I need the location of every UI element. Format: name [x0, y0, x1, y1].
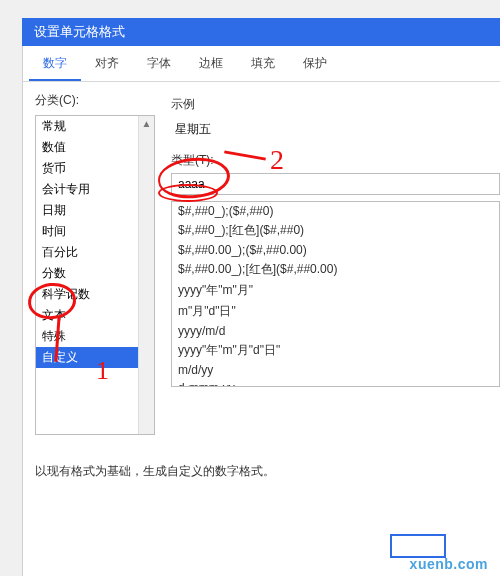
format-item[interactable]: $#,##0.00_);[红色]($#,##0.00) [172, 259, 499, 280]
tab-4[interactable]: 填充 [237, 46, 289, 81]
tab-2[interactable]: 字体 [133, 46, 185, 81]
category-item[interactable]: 百分比 [36, 242, 154, 263]
category-item[interactable]: 货币 [36, 158, 154, 179]
type-input[interactable] [171, 173, 500, 195]
scrollbar[interactable]: ▲ [138, 116, 154, 434]
category-label: 分类(C): [35, 92, 155, 109]
category-item[interactable]: 常规 [36, 116, 154, 137]
category-item[interactable]: 数值 [36, 137, 154, 158]
format-item[interactable]: yyyy"年"m"月"d"日" [172, 340, 499, 361]
left-pane: 分类(C): 常规数值货币会计专用日期时间百分比分数科学记数文本特殊自定义 ▲ [35, 92, 155, 435]
tabs: 数字对齐字体边框填充保护 [23, 46, 500, 82]
category-item[interactable]: 日期 [36, 200, 154, 221]
example-label: 示例 [171, 96, 500, 113]
format-item[interactable]: yyyy"年"m"月" [172, 280, 499, 301]
tab-3[interactable]: 边框 [185, 46, 237, 81]
category-item[interactable]: 时间 [36, 221, 154, 242]
format-item[interactable]: m"月"d"日" [172, 301, 499, 322]
tab-0[interactable]: 数字 [29, 46, 81, 81]
format-item[interactable]: $#,##0.00_);($#,##0.00) [172, 241, 499, 259]
tab-1[interactable]: 对齐 [81, 46, 133, 81]
format-item[interactable]: $#,##0_);($#,##0) [172, 202, 499, 220]
category-item[interactable]: 会计专用 [36, 179, 154, 200]
format-item[interactable]: d-mmm-yy [172, 379, 499, 387]
example-value: 星期五 [175, 121, 500, 138]
tab-5[interactable]: 保护 [289, 46, 341, 81]
type-label: 类型(T): [171, 152, 500, 169]
category-list[interactable]: 常规数值货币会计专用日期时间百分比分数科学记数文本特殊自定义 ▲ [35, 115, 155, 435]
format-item[interactable]: m/d/yy [172, 361, 499, 379]
dialog-body: 数字对齐字体边框填充保护 分类(C): 常规数值货币会计专用日期时间百分比分数科… [22, 46, 500, 576]
format-item[interactable]: yyyy/m/d [172, 322, 499, 340]
dialog-titlebar: 设置单元格格式 [22, 18, 500, 46]
content: 分类(C): 常规数值货币会计专用日期时间百分比分数科学记数文本特殊自定义 ▲ … [23, 82, 500, 435]
scroll-up-icon[interactable]: ▲ [139, 116, 154, 132]
dialog-title: 设置单元格格式 [34, 24, 125, 39]
category-item[interactable]: 科学记数 [36, 284, 154, 305]
button-bar [390, 534, 446, 558]
format-list[interactable]: $#,##0_);($#,##0)$#,##0_);[红色]($#,##0)$#… [171, 201, 500, 387]
right-pane: 示例 星期五 类型(T): $#,##0_);($#,##0)$#,##0_);… [155, 92, 500, 435]
ok-button[interactable] [390, 534, 446, 558]
category-item[interactable]: 自定义 [36, 347, 154, 368]
category-item[interactable]: 分数 [36, 263, 154, 284]
hint-text: 以现有格式为基础，生成自定义的数字格式。 [35, 463, 500, 480]
watermark: xuenb.com [410, 556, 488, 572]
category-item[interactable]: 文本 [36, 305, 154, 326]
category-item[interactable]: 特殊 [36, 326, 154, 347]
format-item[interactable]: $#,##0_);[红色]($#,##0) [172, 220, 499, 241]
